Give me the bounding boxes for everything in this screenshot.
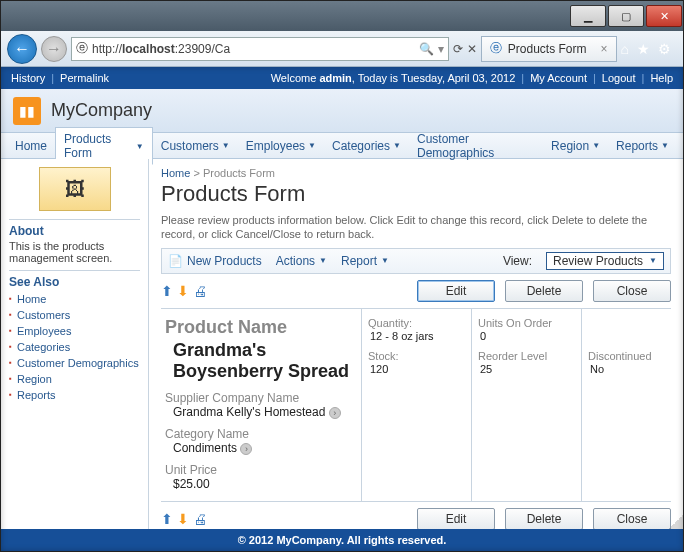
sidebar-link-categories[interactable]: Categories bbox=[9, 339, 140, 355]
breadcrumb-current: Products Form bbox=[203, 167, 275, 179]
browser-tools: ⌂ ★ ⚙ bbox=[621, 41, 677, 57]
units-on-order-label: Units On Order bbox=[478, 317, 575, 329]
new-icon: 📄 bbox=[168, 254, 183, 268]
close-button[interactable]: Close bbox=[593, 508, 671, 529]
stock-value: 120 bbox=[370, 363, 465, 375]
menu-home[interactable]: Home bbox=[7, 135, 55, 157]
tab-products-form[interactable]: ⓔ Products Form × bbox=[481, 36, 617, 62]
stock-label: Stock: bbox=[368, 350, 465, 362]
sidebar-link-home[interactable]: Home bbox=[9, 291, 140, 307]
refresh-icon[interactable]: ⟳ bbox=[453, 42, 463, 56]
main-menu: Home Products Form▼ Customers▼ Employees… bbox=[1, 133, 683, 159]
view-selector[interactable]: Review Products▼ bbox=[546, 252, 664, 270]
company-name: MyCompany bbox=[51, 100, 152, 121]
app-utility-bar: History | Permalink Welcome admin, Today… bbox=[1, 67, 683, 89]
category-label: Category Name bbox=[165, 427, 351, 441]
resize-gripper-icon[interactable] bbox=[669, 515, 683, 529]
menu-region[interactable]: Region▼ bbox=[543, 135, 608, 157]
company-logo: ▮▮ bbox=[13, 97, 41, 125]
stop-icon[interactable]: ✕ bbox=[467, 42, 477, 56]
sidebar-link-customers[interactable]: Customers bbox=[9, 307, 140, 323]
view-label: View: bbox=[503, 254, 532, 268]
unit-price-value: $25.00 bbox=[173, 477, 351, 491]
sidebar-link-customer-demographics[interactable]: Customer Demographics bbox=[9, 355, 140, 371]
product-name-value: Grandma's Boysenberry Spread bbox=[173, 340, 351, 383]
main-content: Home > Products Form Products Form Pleas… bbox=[149, 159, 683, 529]
category-value: Condiments › bbox=[173, 441, 351, 455]
chevron-down-icon: ▼ bbox=[136, 142, 144, 151]
nav-back-button[interactable]: ← bbox=[7, 34, 37, 64]
edit-button[interactable]: Edit bbox=[417, 280, 495, 302]
url-prefix: http:// bbox=[92, 42, 122, 56]
menu-employees[interactable]: Employees▼ bbox=[238, 135, 324, 157]
close-button[interactable]: Close bbox=[593, 280, 671, 302]
sidebar-about-heading: About bbox=[9, 219, 140, 238]
record-panel: Product Name Grandma's Boysenberry Sprea… bbox=[161, 308, 671, 502]
tab-close-icon[interactable]: × bbox=[601, 42, 608, 56]
favorites-icon[interactable]: ★ bbox=[637, 41, 650, 57]
edit-button[interactable]: Edit bbox=[417, 508, 495, 529]
record-toolbar: 📄New Products Actions▼ Report▼ View: Rev… bbox=[161, 248, 671, 274]
toolbar-actions[interactable]: Actions▼ bbox=[276, 254, 327, 268]
my-account-link[interactable]: My Account bbox=[530, 72, 587, 84]
ie-page-icon: ⓔ bbox=[490, 40, 502, 57]
window-minimize-button[interactable]: ▁ bbox=[570, 5, 606, 27]
window-maximize-button[interactable]: ▢ bbox=[608, 5, 644, 27]
sidebar-link-employees[interactable]: Employees bbox=[9, 323, 140, 339]
breadcrumb: Home > Products Form bbox=[161, 167, 671, 179]
ie-icon: ⓔ bbox=[76, 40, 88, 57]
units-on-order-value: 0 bbox=[480, 330, 575, 342]
quantity-label: Quantity: bbox=[368, 317, 465, 329]
history-link[interactable]: History bbox=[11, 72, 45, 84]
record-nav-bottom: ⬆ ⬇ 🖨 Edit Delete Close bbox=[161, 502, 671, 529]
record-nav-top: ⬆ ⬇ 🖨 Edit Delete Close bbox=[161, 274, 671, 308]
unit-price-label: Unit Price bbox=[165, 463, 351, 477]
reorder-level-label: Reorder Level bbox=[478, 350, 575, 362]
window-close-button[interactable]: ✕ bbox=[646, 5, 682, 27]
supplier-value: Grandma Kelly's Homestead › bbox=[173, 405, 351, 419]
sidebar-link-region[interactable]: Region bbox=[9, 371, 140, 387]
nav-forward-button[interactable]: → bbox=[41, 36, 67, 62]
print-icon[interactable]: 🖨 bbox=[193, 511, 207, 527]
discontinued-label: Discontinued bbox=[588, 350, 665, 362]
menu-categories[interactable]: Categories▼ bbox=[324, 135, 409, 157]
quantity-value: 12 - 8 oz jars bbox=[370, 330, 465, 342]
reorder-level-value: 25 bbox=[480, 363, 575, 375]
breadcrumb-home[interactable]: Home bbox=[161, 167, 190, 179]
toolbar-report[interactable]: Report▼ bbox=[341, 254, 389, 268]
toolbar-new[interactable]: 📄New Products bbox=[168, 254, 262, 268]
permalink-link[interactable]: Permalink bbox=[60, 72, 109, 84]
tab-title: Products Form bbox=[508, 42, 587, 56]
lookup-icon[interactable]: › bbox=[240, 443, 252, 455]
logout-link[interactable]: Logout bbox=[602, 72, 636, 84]
tab-strip: ⓔ Products Form × bbox=[481, 36, 617, 62]
menu-reports[interactable]: Reports▼ bbox=[608, 135, 677, 157]
browser-navbar: ← → ⓔ http://localhost:23909/Ca 🔍 ▾ ⟳ ✕ … bbox=[1, 31, 683, 67]
record-next-icon[interactable]: ⬇ bbox=[177, 283, 189, 299]
search-icon[interactable]: 🔍 ▾ bbox=[419, 42, 443, 56]
settings-icon[interactable]: ⚙ bbox=[658, 41, 671, 57]
record-next-icon[interactable]: ⬇ bbox=[177, 511, 189, 527]
supplier-label: Supplier Company Name bbox=[165, 391, 351, 405]
sidebar-icon: 🖼 bbox=[39, 167, 111, 211]
sidebar: 🖼 About This is the products management … bbox=[1, 159, 149, 529]
page-footer: © 2012 MyCompany. All rights reserved. bbox=[1, 529, 683, 551]
page-instructions: Please review products information below… bbox=[161, 213, 671, 242]
delete-button[interactable]: Delete bbox=[505, 280, 583, 302]
address-bar[interactable]: ⓔ http://localhost:23909/Ca 🔍 ▾ bbox=[71, 37, 449, 61]
breadcrumb-sep: > bbox=[193, 167, 199, 179]
product-name-label: Product Name bbox=[165, 317, 351, 338]
print-icon[interactable]: 🖨 bbox=[193, 283, 207, 299]
sidebar-link-reports[interactable]: Reports bbox=[9, 387, 140, 403]
menu-customers[interactable]: Customers▼ bbox=[153, 135, 238, 157]
help-link[interactable]: Help bbox=[650, 72, 673, 84]
home-icon[interactable]: ⌂ bbox=[621, 41, 629, 57]
window-titlebar: ▁ ▢ ✕ bbox=[1, 1, 683, 31]
page-title: Products Form bbox=[161, 181, 671, 207]
lookup-icon[interactable]: › bbox=[329, 407, 341, 419]
record-prev-icon[interactable]: ⬆ bbox=[161, 283, 173, 299]
record-prev-icon[interactable]: ⬆ bbox=[161, 511, 173, 527]
url-rest: :23909/Ca bbox=[175, 42, 230, 56]
delete-button[interactable]: Delete bbox=[505, 508, 583, 529]
url-host: localhost bbox=[122, 42, 175, 56]
